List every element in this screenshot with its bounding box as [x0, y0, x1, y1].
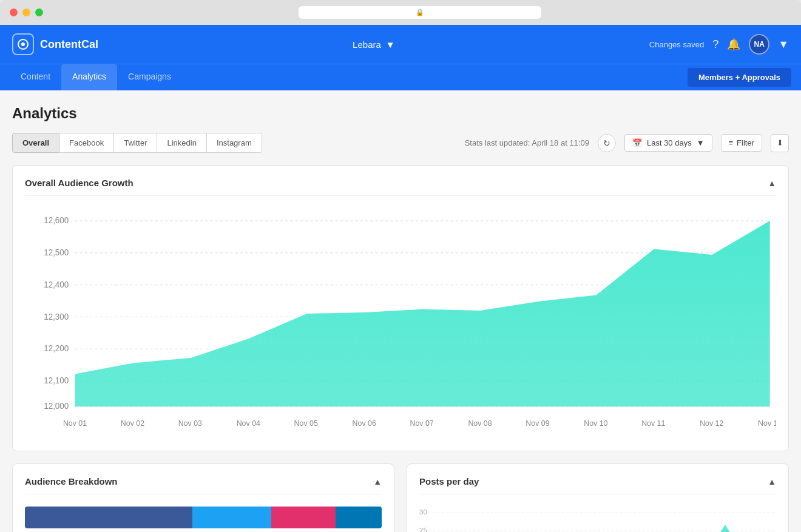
breakdown-card-header: Audience Breakdown ▲	[25, 476, 382, 494]
svg-text:Nov 01: Nov 01	[63, 419, 87, 428]
app-container: ContentCal Lebara ▼ Changes saved ? 🔔 NA…	[0, 25, 801, 532]
svg-text:12,400: 12,400	[44, 280, 69, 289]
platform-tab-twitter[interactable]: Twitter	[114, 133, 157, 153]
platform-tab-overall[interactable]: Overall	[12, 133, 59, 153]
svg-text:Nov 04: Nov 04	[237, 419, 260, 428]
svg-text:Nov 06: Nov 06	[353, 419, 376, 428]
svg-text:12,100: 12,100	[44, 376, 69, 385]
svg-text:Nov 10: Nov 10	[584, 419, 607, 428]
chevron-down-icon: ▼	[386, 39, 395, 50]
svg-text:12,600: 12,600	[44, 216, 69, 225]
filter-bar: Overall Facebook Twitter Linkedin Instag…	[12, 133, 789, 153]
posts-per-day-card: Posts per day ▲ 30 25	[407, 463, 789, 532]
date-range-chevron-icon: ▼	[697, 138, 705, 147]
svg-text:12,300: 12,300	[44, 312, 69, 322]
breakdown-bar	[25, 507, 382, 528]
breakdown-segment-twitter	[192, 507, 271, 528]
lock-icon: 🔒	[416, 8, 424, 16]
card-title: Overall Audience Growth	[25, 178, 134, 188]
calendar-icon: 📅	[632, 138, 642, 147]
logo: ContentCal	[12, 33, 98, 55]
card-header: Overall Audience Growth ▲	[25, 178, 776, 196]
bottom-cards: Audience Breakdown ▲ Posts per day ▲	[12, 463, 789, 532]
platform-tab-facebook[interactable]: Facebook	[59, 133, 114, 153]
svg-text:12,200: 12,200	[44, 344, 69, 353]
breakdown-title: Audience Breakdown	[25, 476, 118, 487]
collapse-button[interactable]: ▲	[768, 178, 776, 188]
svg-text:12,000: 12,000	[44, 402, 69, 411]
header-center: Lebara ▼	[98, 39, 649, 50]
svg-point-1	[21, 42, 25, 46]
minimize-button[interactable]	[22, 8, 30, 16]
workspace-selector[interactable]: Lebara ▼	[353, 39, 395, 50]
svg-text:Nov 11: Nov 11	[641, 419, 665, 428]
svg-text:Nov 03: Nov 03	[178, 419, 202, 428]
refresh-button[interactable]: ↻	[598, 134, 616, 152]
maximize-button[interactable]	[35, 8, 43, 16]
avatar-initials: NA	[754, 40, 765, 49]
nav-tab-analytics[interactable]: Analytics	[61, 64, 117, 90]
nav-tabs: Content Analytics Campaigns	[10, 64, 182, 90]
nav-bar: Content Analytics Campaigns Members + Ap…	[0, 64, 801, 90]
audience-growth-card: Overall Audience Growth ▲	[12, 165, 789, 451]
workspace-name: Lebara	[353, 39, 381, 50]
avatar[interactable]: NA	[749, 34, 769, 55]
download-button[interactable]: ⬇	[771, 134, 789, 152]
close-button[interactable]	[10, 8, 18, 16]
breakdown-segment-linkedin	[336, 507, 382, 528]
svg-text:Nov 02: Nov 02	[121, 419, 144, 428]
svg-text:Nov 13: Nov 13	[758, 419, 776, 428]
header-right: Changes saved ? 🔔 NA ▼	[649, 34, 789, 55]
svg-text:12,500: 12,500	[44, 248, 69, 257]
main-content: Analytics Overall Facebook Twitter Linke…	[0, 90, 801, 532]
nav-tab-content[interactable]: Content	[10, 64, 61, 90]
address-bar: 🔒	[299, 6, 541, 19]
svg-text:30: 30	[419, 508, 427, 516]
platform-tab-instagram[interactable]: Instagram	[207, 133, 262, 153]
breakdown-segment-facebook	[25, 507, 192, 528]
filter-button[interactable]: ≡ Filter	[721, 134, 762, 152]
posts-collapse-button[interactable]: ▲	[768, 477, 776, 487]
area-chart-svg: 12,600 12,500 12,400 12,300 12,200 12,10…	[25, 208, 776, 439]
filter-right: Stats last updated: April 18 at 11:09 ↻ …	[465, 134, 789, 152]
window-chrome: 🔒	[0, 0, 801, 25]
changes-saved-text: Changes saved	[649, 40, 704, 49]
filter-label: Filter	[737, 138, 754, 147]
account-dropdown-icon[interactable]: ▼	[778, 38, 789, 51]
svg-text:Nov 12: Nov 12	[700, 419, 723, 428]
posts-card-header: Posts per day ▲	[419, 476, 776, 494]
breakdown-segment-instagram	[271, 507, 336, 528]
date-range-selector[interactable]: 📅 Last 30 days ▼	[624, 134, 712, 152]
svg-text:Nov 08: Nov 08	[468, 419, 492, 428]
nav-tab-campaigns[interactable]: Campaigns	[117, 64, 182, 90]
area-chart-container: 12,600 12,500 12,400 12,300 12,200 12,10…	[25, 208, 776, 439]
filter-icon: ≡	[729, 138, 734, 147]
svg-text:25: 25	[419, 527, 427, 532]
page-title: Analytics	[12, 105, 789, 122]
posts-chart-svg: 30 25	[419, 507, 776, 532]
stats-updated-text: Stats last updated: April 18 at 11:09	[465, 138, 589, 147]
breakdown-collapse-button[interactable]: ▲	[373, 477, 382, 487]
svg-text:Nov 09: Nov 09	[526, 419, 549, 428]
date-range-label: Last 30 days	[647, 138, 692, 147]
platform-tab-linkedin[interactable]: Linkedin	[157, 133, 206, 153]
logo-icon	[12, 33, 34, 55]
members-approvals-button[interactable]: Members + Approvals	[688, 68, 791, 87]
audience-breakdown-card: Audience Breakdown ▲	[12, 463, 394, 532]
posts-title: Posts per day	[419, 476, 479, 487]
platform-tabs: Overall Facebook Twitter Linkedin Instag…	[12, 133, 262, 153]
logo-text: ContentCal	[40, 38, 98, 51]
svg-text:Nov 07: Nov 07	[410, 419, 433, 428]
posts-chart: 30 25	[419, 507, 776, 532]
notifications-icon[interactable]: 🔔	[727, 38, 740, 51]
help-icon[interactable]: ?	[712, 38, 718, 51]
svg-text:Nov 05: Nov 05	[294, 419, 318, 428]
header: ContentCal Lebara ▼ Changes saved ? 🔔 NA…	[0, 25, 801, 64]
